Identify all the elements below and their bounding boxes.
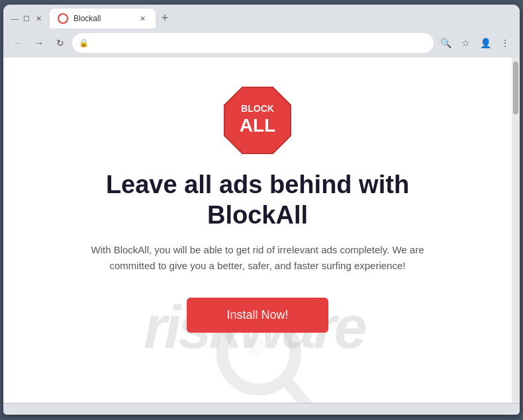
browser-body: riskware BLOCK ALL Leave all ads beh <box>3 58 520 403</box>
scroll-thumb[interactable] <box>513 62 518 114</box>
active-tab[interactable]: Blockall ✕ <box>50 9 156 28</box>
title-bar: — ☐ ✕ Blockall ✕ + <box>3 5 520 28</box>
install-now-button[interactable]: Install Now! <box>187 298 328 333</box>
stop-sign-logo: BLOCK ALL <box>221 84 294 157</box>
browser-window: — ☐ ✕ Blockall ✕ + ← → <box>3 5 520 415</box>
address-bar[interactable]: 🔒 <box>72 33 434 53</box>
subtext: With BlockAll, you will be able to get r… <box>85 242 430 274</box>
zoom-icon[interactable]: 🔍 <box>436 34 455 52</box>
minimize-button[interactable]: — <box>9 13 21 24</box>
page-inner: riskware BLOCK ALL Leave all ads beh <box>3 58 512 403</box>
url-input[interactable] <box>94 38 427 48</box>
back-button[interactable]: ← <box>9 34 27 52</box>
tab-bar: Blockall ✕ + <box>50 9 514 28</box>
svg-text:ALL: ALL <box>240 115 275 136</box>
svg-point-3 <box>246 337 265 356</box>
menu-icon[interactable]: ⋮ <box>496 34 514 52</box>
headline: Leave all ads behind with BlockAll <box>72 170 443 230</box>
tab-favicon <box>58 13 68 24</box>
lock-icon: 🔒 <box>79 38 89 48</box>
svg-marker-0 <box>59 15 67 22</box>
close-button[interactable]: ✕ <box>32 13 44 24</box>
restore-button[interactable]: ☐ <box>21 13 32 24</box>
tab-close-button[interactable]: ✕ <box>137 13 148 24</box>
toolbar-right: 🔍 ☆ 👤 ⋮ <box>436 34 514 52</box>
nav-bar: ← → ↻ 🔒 🔍 ☆ 👤 ⋮ <box>3 28 520 58</box>
page-content: riskware BLOCK ALL Leave all ads beh <box>3 58 512 403</box>
scrollbar[interactable] <box>512 58 520 403</box>
new-tab-button[interactable]: + <box>156 9 174 27</box>
profile-icon[interactable]: 👤 <box>476 34 495 52</box>
svg-text:BLOCK: BLOCK <box>241 103 274 114</box>
tab-title: Blockall <box>73 14 132 23</box>
window-controls: — ☐ ✕ <box>9 13 44 28</box>
forward-button[interactable]: → <box>30 34 48 52</box>
svg-line-2 <box>287 381 318 403</box>
bookmark-icon[interactable]: ☆ <box>456 34 475 52</box>
reload-button[interactable]: ↻ <box>51 34 70 52</box>
status-bar <box>3 403 520 415</box>
